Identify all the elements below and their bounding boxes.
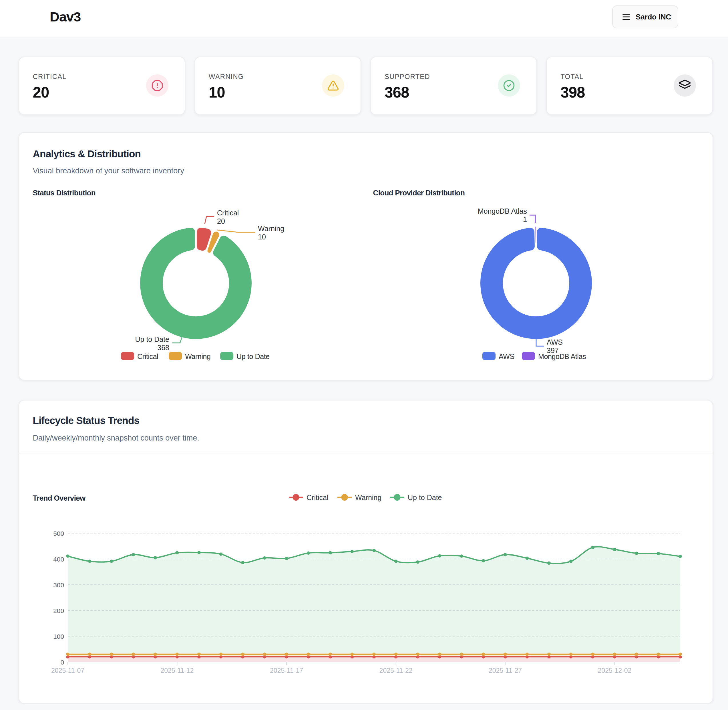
svg-text:400: 400 bbox=[53, 556, 64, 563]
svg-text:Up to Date: Up to Date bbox=[236, 352, 270, 361]
svg-text:AWS: AWS bbox=[547, 338, 563, 346]
svg-text:Up to Date: Up to Date bbox=[135, 335, 169, 343]
svg-text:100: 100 bbox=[53, 633, 64, 640]
svg-text:300: 300 bbox=[53, 582, 64, 589]
svg-text:MongoDB Atlas: MongoDB Atlas bbox=[538, 352, 586, 361]
svg-text:Warning: Warning bbox=[258, 224, 284, 233]
svg-text:Critical: Critical bbox=[306, 493, 328, 502]
svg-text:2025-11-27: 2025-11-27 bbox=[489, 667, 522, 674]
svg-text:200: 200 bbox=[53, 607, 64, 615]
svg-text:2025-12-02: 2025-12-02 bbox=[598, 667, 631, 674]
svg-text:2025-11-12: 2025-11-12 bbox=[160, 667, 193, 674]
svg-text:AWS: AWS bbox=[499, 352, 514, 361]
svg-text:20: 20 bbox=[217, 217, 225, 225]
svg-text:Critical: Critical bbox=[217, 209, 239, 217]
svg-text:MongoDB Atlas: MongoDB Atlas bbox=[478, 207, 527, 215]
svg-text:368: 368 bbox=[157, 343, 169, 352]
svg-text:500: 500 bbox=[53, 530, 64, 537]
svg-text:0: 0 bbox=[60, 659, 64, 666]
svg-text:10: 10 bbox=[258, 233, 266, 241]
svg-text:2025-11-17: 2025-11-17 bbox=[270, 667, 303, 674]
svg-text:2025-11-22: 2025-11-22 bbox=[379, 667, 412, 674]
svg-text:Up to Date: Up to Date bbox=[408, 493, 442, 502]
svg-text:2025-11-07: 2025-11-07 bbox=[51, 667, 84, 674]
svg-text:Critical: Critical bbox=[137, 352, 158, 361]
svg-text:Warning: Warning bbox=[355, 493, 381, 502]
svg-text:1: 1 bbox=[523, 216, 527, 223]
svg-text:Warning: Warning bbox=[185, 352, 211, 361]
